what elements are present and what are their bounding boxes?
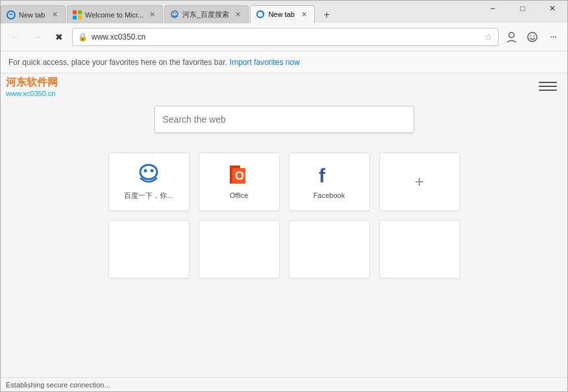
quick-access-row-1: 百度一下，你... O Office f Facebook +: [1, 153, 567, 211]
title-bar: New tab ✕ Welcome to Micr... ✕ 河东_百度搜索 ✕: [1, 1, 567, 23]
plus-icon: +: [415, 174, 424, 190]
svg-point-14: [144, 169, 147, 172]
forward-button[interactable]: →: [28, 28, 46, 46]
svg-point-13: [140, 165, 157, 179]
tile-facebook[interactable]: f Facebook: [289, 153, 370, 211]
quick-access-row-2: [1, 220, 567, 278]
search-box[interactable]: [154, 106, 414, 133]
status-bar: Establishing secure connection...: [1, 377, 567, 391]
tab-2-close[interactable]: ✕: [147, 10, 157, 20]
hamburger-line-3: [539, 90, 557, 91]
microsoft-tab-icon: [73, 10, 82, 19]
profile-button[interactable]: [502, 28, 521, 46]
favorites-star-icon[interactable]: ☆: [484, 32, 493, 42]
tile-add[interactable]: +: [379, 153, 460, 211]
edge-icon: [6, 10, 16, 19]
refresh-button[interactable]: ✖: [50, 28, 68, 46]
svg-point-6: [173, 12, 174, 14]
tab-4[interactable]: New tab ✕: [250, 5, 315, 23]
address-bar[interactable]: 🔒 ☆: [72, 28, 499, 46]
hamburger-line-2: [539, 86, 557, 87]
tile-office[interactable]: O Office: [199, 153, 280, 211]
svg-rect-1: [73, 10, 77, 14]
browser-window: New tab ✕ Welcome to Micr... ✕ 河东_百度搜索 ✕: [0, 0, 568, 392]
svg-point-12: [534, 35, 535, 36]
toolbar: ← → ✖ 🔒 ☆ ···: [1, 23, 567, 51]
office-icon: O: [227, 164, 251, 188]
tab-1[interactable]: New tab ✕: [1, 5, 66, 23]
svg-point-5: [171, 11, 178, 16]
tab-2[interactable]: Welcome to Micr... ✕: [67, 5, 163, 23]
close-button[interactable]: ✕: [537, 1, 567, 16]
svg-point-10: [528, 32, 537, 42]
tab-1-title: New tab: [19, 11, 46, 19]
search-area: [1, 73, 567, 153]
svg-point-7: [175, 12, 177, 14]
toolbar-actions: ···: [502, 28, 562, 46]
tab-3-close[interactable]: ✕: [232, 10, 243, 20]
favorites-bar-message: For quick access, place your favorites h…: [8, 58, 227, 67]
svg-text:f: f: [319, 165, 326, 186]
back-button[interactable]: ←: [6, 28, 24, 46]
tile-empty-4: [379, 220, 460, 278]
tab-4-title: New tab: [268, 10, 295, 18]
facebook-icon: f: [317, 164, 341, 188]
window-controls: – □ ✕: [478, 1, 567, 16]
address-security-icon: 🔒: [78, 32, 88, 42]
emoji-button[interactable]: [523, 28, 541, 46]
address-input[interactable]: [92, 32, 480, 42]
tile-empty-3: [289, 220, 370, 278]
tile-empty-1: [108, 220, 190, 278]
edge-loading-icon: [256, 10, 265, 19]
import-favorites-link[interactable]: Import favorites now: [230, 58, 300, 67]
svg-point-9: [509, 32, 514, 38]
tab-3-title: 河东_百度搜索: [182, 10, 229, 19]
tile-office-label: Office: [230, 191, 249, 199]
tab-1-close[interactable]: ✕: [49, 10, 60, 20]
svg-rect-3: [73, 16, 77, 19]
new-tab-page: 河东软件网 www.xc0350.cn: [1, 73, 567, 377]
tab-3[interactable]: 河东_百度搜索 ✕: [164, 5, 249, 23]
tile-facebook-label: Facebook: [314, 191, 345, 199]
add-tab-button[interactable]: +: [317, 7, 336, 23]
svg-point-11: [530, 35, 532, 36]
favorites-bar: For quick access, place your favorites h…: [1, 51, 567, 73]
svg-point-15: [151, 169, 154, 172]
svg-text:O: O: [235, 169, 244, 182]
menu-button[interactable]: ···: [544, 28, 562, 46]
baidu-icon: [137, 164, 160, 187]
hamburger-line-1: [539, 82, 557, 83]
svg-rect-2: [78, 10, 82, 14]
tile-baidu-label: 百度一下，你...: [124, 191, 173, 201]
svg-rect-4: [78, 16, 82, 19]
status-text: Establishing secure connection...: [6, 381, 110, 389]
tile-baidu[interactable]: 百度一下，你...: [108, 153, 190, 211]
search-input[interactable]: [163, 114, 406, 125]
tab-4-close[interactable]: ✕: [299, 9, 309, 19]
tab-2-title: Welcome to Micr...: [85, 11, 143, 19]
maximize-button[interactable]: □: [508, 1, 537, 16]
baidu-tab-icon: [170, 10, 179, 19]
tile-empty-2: [199, 220, 280, 278]
customize-button[interactable]: [539, 80, 557, 93]
minimize-button[interactable]: –: [478, 1, 508, 16]
